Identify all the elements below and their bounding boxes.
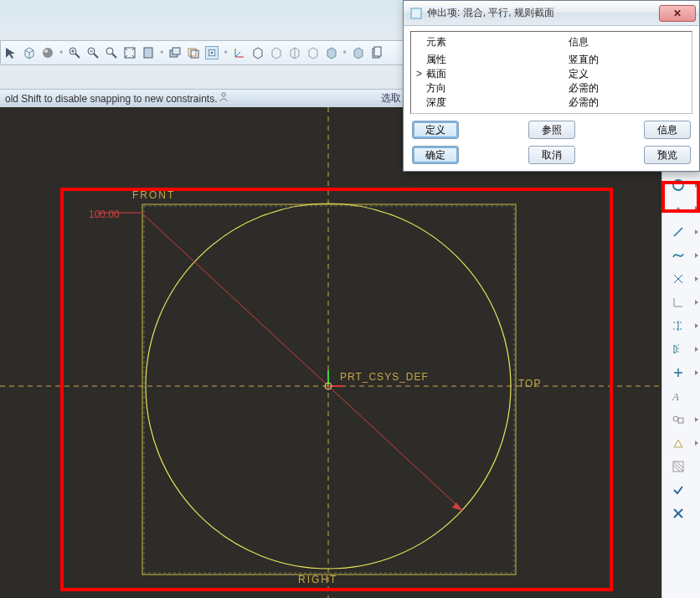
svg-rect-24 <box>374 47 381 56</box>
define-button[interactable]: 定义 <box>412 121 459 139</box>
ok-button[interactable]: 确定 <box>412 146 459 164</box>
cube-wire-icon[interactable] <box>23 46 36 59</box>
top-label: TOP <box>518 378 541 389</box>
corner-icon[interactable] <box>672 295 692 310</box>
col-info: 信息 <box>569 35 687 49</box>
svg-line-55 <box>677 461 683 468</box>
svg-rect-58 <box>411 8 421 18</box>
palette-icon[interactable] <box>672 436 692 451</box>
docs-icon[interactable] <box>370 46 383 59</box>
elements-listbox[interactable]: 元素 信息 属性 竖直的 > 截面 定义 方向 必需的 深度 必需的 <box>410 31 692 114</box>
svg-point-50 <box>673 416 678 421</box>
sketch-viewport[interactable]: 100.00 FRONT RIGHT TOP PRT_CSYS_DEF <box>0 107 661 598</box>
svg-line-32 <box>142 213 463 511</box>
person-icon <box>218 91 229 106</box>
plus-icon[interactable] <box>672 365 692 380</box>
layers-icon[interactable] <box>168 46 182 59</box>
svg-rect-16 <box>191 50 198 58</box>
dimension-value: 100.00 <box>89 209 120 220</box>
svg-point-38 <box>673 180 683 190</box>
protrusion-dialog: 伸出项: 混合, 平行, 规则截面 ✕ 元素 信息 属性 竖直的 > 截面 定义… <box>403 0 700 172</box>
sheet-icon[interactable] <box>142 46 155 59</box>
svg-line-10 <box>112 54 116 58</box>
right-label: RIGHT <box>298 574 337 585</box>
circle-icon[interactable] <box>672 178 692 193</box>
box-icon[interactable] <box>270 46 283 59</box>
svg-line-53 <box>673 465 680 472</box>
svg-rect-15 <box>188 49 196 56</box>
hatch-icon[interactable] <box>672 459 692 474</box>
dialog-close-button[interactable]: ✕ <box>659 5 696 22</box>
trim-horiz-icon[interactable] <box>672 318 692 333</box>
cube-icon[interactable] <box>251 46 265 59</box>
front-label: FRONT <box>132 189 175 201</box>
zoom-in-icon[interactable] <box>68 46 81 59</box>
svg-rect-51 <box>678 418 683 423</box>
sphere-icon[interactable] <box>41 46 54 59</box>
dialog-titlebar[interactable]: 伸出项: 混合, 平行, 规则截面 ✕ <box>404 1 699 26</box>
svg-line-40 <box>674 228 682 236</box>
text-icon[interactable]: A <box>672 389 692 404</box>
preview-button[interactable]: 预览 <box>644 146 691 164</box>
svg-point-1 <box>44 49 49 53</box>
element-row[interactable]: > 截面 定义 <box>416 67 687 81</box>
reference-button[interactable]: 参照 <box>528 121 575 139</box>
box4-icon[interactable] <box>325 46 338 59</box>
sketch-group-icon[interactable] <box>672 412 692 427</box>
svg-point-9 <box>106 48 113 54</box>
svg-point-25 <box>221 93 224 96</box>
svg-line-7 <box>94 54 98 58</box>
close-icon[interactable] <box>672 506 692 521</box>
svg-marker-33 <box>452 503 463 511</box>
hint-text: old Shift to disable snapping to new con… <box>5 93 218 105</box>
zoom-fit-icon[interactable] <box>123 46 136 59</box>
svg-line-21 <box>235 52 240 57</box>
box2-icon[interactable] <box>288 46 301 59</box>
view-dot-icon[interactable] <box>205 46 219 59</box>
svg-rect-12 <box>144 48 152 58</box>
svg-text:A: A <box>672 390 679 403</box>
select-arrow-icon[interactable] <box>4 46 18 59</box>
svg-point-0 <box>43 48 53 58</box>
element-row[interactable]: 深度 必需的 <box>416 95 687 110</box>
dialog-title-text: 伸出项: 混合, 平行, 规则截面 <box>427 6 554 20</box>
svg-point-18 <box>211 52 214 54</box>
mirror-icon[interactable] <box>672 342 692 357</box>
box5-icon[interactable] <box>352 46 365 59</box>
main-toolbar: • • • • <box>0 40 406 65</box>
csys-icon[interactable] <box>233 46 246 59</box>
planes-icon[interactable] <box>187 46 200 59</box>
zoom-out-icon[interactable] <box>86 46 100 59</box>
select-label[interactable]: 选取 <box>381 91 401 106</box>
col-elements: 元素 <box>426 35 569 49</box>
svg-rect-14 <box>172 48 180 54</box>
line-icon[interactable] <box>672 224 692 240</box>
info-button[interactable]: 信息 <box>644 121 691 139</box>
dialog-app-icon <box>410 8 422 19</box>
box3-icon[interactable] <box>306 46 320 59</box>
element-row[interactable]: 属性 竖直的 <box>416 53 687 67</box>
csys-label: PRT_CSYS_DEF <box>340 371 429 383</box>
status-hint-bar: old Shift to disable snapping to new con… <box>0 89 406 107</box>
check-icon[interactable] <box>672 482 692 497</box>
svg-line-3 <box>75 54 80 58</box>
spline-icon[interactable] <box>672 248 692 263</box>
sketch-tool-strip: A <box>661 151 700 598</box>
point-icon[interactable] <box>672 201 692 216</box>
zoom-window-icon[interactable] <box>105 46 118 59</box>
cancel-button[interactable]: 取消 <box>528 146 575 164</box>
delete-point-icon[interactable] <box>672 271 692 286</box>
element-row[interactable]: 方向 必需的 <box>416 81 687 95</box>
